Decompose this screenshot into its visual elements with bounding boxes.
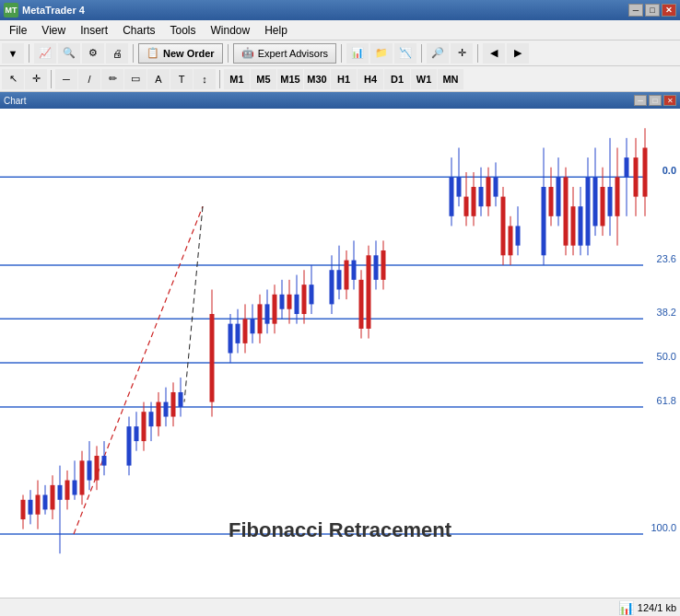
separator-6: [477, 44, 478, 63]
separator-4: [341, 44, 342, 63]
tf-m15[interactable]: M15: [277, 69, 303, 89]
chart-canvas: [0, 109, 680, 598]
window-title: MetaTrader 4: [22, 5, 85, 16]
menu-help[interactable]: Help: [257, 20, 295, 40]
close-button[interactable]: ✕: [662, 4, 676, 17]
toolbar-templates[interactable]: 📁: [370, 43, 393, 64]
toolbar-back[interactable]: ◀: [483, 43, 505, 64]
fib-label-500: 50.0: [657, 351, 676, 362]
toolbar-main: ▼ 📈 🔍 ⚙ 🖨 📋 New Order 🤖 Expert Advisors …: [0, 41, 680, 66]
maximize-button[interactable]: □: [645, 4, 660, 17]
inner-minimize[interactable]: ─: [634, 95, 647, 106]
app-icon: MT: [4, 3, 18, 17]
status-chart-icon: 📊: [618, 600, 634, 615]
toolbar-zoom-out[interactable]: 🔎: [427, 43, 449, 64]
tf-mn[interactable]: MN: [438, 69, 463, 89]
tool-hline[interactable]: ─: [55, 69, 77, 89]
inner-maximize[interactable]: □: [649, 95, 662, 106]
menu-file[interactable]: File: [2, 20, 34, 40]
minimize-button[interactable]: ─: [628, 4, 643, 17]
expert-advisors-button[interactable]: 🤖 Expert Advisors: [233, 43, 336, 64]
menu-charts[interactable]: Charts: [115, 20, 162, 40]
tool-shapes[interactable]: ▭: [124, 69, 147, 89]
tool-label[interactable]: T: [170, 69, 193, 89]
fib-label-236: 23.6: [657, 253, 676, 264]
tool-arrow[interactable]: ↕: [193, 69, 216, 89]
separator-5: [421, 44, 422, 63]
tool-text[interactable]: A: [147, 69, 170, 89]
inner-window-title: Chart: [4, 96, 26, 106]
tf-m30[interactable]: M30: [304, 69, 330, 89]
inner-title-bar: Chart ─ □ ✕: [0, 92, 680, 109]
menu-insert[interactable]: Insert: [73, 20, 115, 40]
menu-view[interactable]: View: [34, 20, 73, 40]
toolbar-new-chart[interactable]: 📈: [34, 43, 56, 64]
main-content: Chart ─ □ ✕ 0.0 23.6 38.2 50.0 61.8 100.…: [0, 92, 680, 598]
sep-d2: [219, 70, 220, 88]
toolbar-period-sep[interactable]: 📉: [394, 43, 416, 64]
separator-3: [228, 44, 229, 63]
status-info: 124/1 kb: [638, 602, 676, 613]
inner-close[interactable]: ✕: [663, 95, 676, 106]
fib-label-1000: 100.0: [651, 522, 676, 533]
new-order-button[interactable]: 📋 New Order: [138, 43, 223, 64]
tf-h4[interactable]: H4: [358, 69, 383, 89]
tool-pen[interactable]: ✏: [101, 69, 123, 89]
fib-label-382: 38.2: [657, 307, 676, 318]
tf-m5[interactable]: M5: [251, 69, 276, 89]
expert-icon: 🤖: [241, 47, 254, 59]
fib-label-618: 61.8: [657, 395, 676, 406]
toolbar-print[interactable]: 🖨: [106, 43, 128, 64]
expert-label: Expert Advisors: [258, 48, 328, 59]
toolbar-zoom-in[interactable]: 🔍: [58, 43, 80, 64]
chart-area[interactable]: 0.0 23.6 38.2 50.0 61.8 100.0 Fibonacci …: [0, 109, 680, 598]
sep-d1: [51, 70, 52, 88]
toolbar-indicators[interactable]: 📊: [346, 43, 369, 64]
fib-label-0: 0.0: [662, 165, 676, 176]
status-bar: 📊 124/1 kb: [0, 598, 680, 616]
tf-w1[interactable]: W1: [411, 69, 437, 89]
tool-line[interactable]: /: [78, 69, 100, 89]
separator-2: [133, 44, 134, 63]
toolbar-drawing: ↖ ✛ ─ / ✏ ▭ A T ↕ M1 M5 M15 M30 H1 H4 D1…: [0, 66, 680, 92]
new-order-icon: 📋: [147, 47, 159, 59]
menu-bar: File View Insert Charts Tools Window Hel…: [0, 20, 680, 41]
title-bar: MT MetaTrader 4 ─ □ ✕: [0, 0, 680, 20]
tf-d1[interactable]: D1: [384, 69, 410, 89]
new-order-label: New Order: [163, 48, 215, 59]
tool-cursor[interactable]: ↖: [2, 69, 24, 89]
menu-tools[interactable]: Tools: [163, 20, 204, 40]
tool-crosshair[interactable]: ✛: [25, 69, 47, 89]
toolbar-properties[interactable]: ⚙: [82, 43, 104, 64]
tf-h1[interactable]: H1: [331, 69, 357, 89]
toolbar-arrow-dropdown[interactable]: ▼: [2, 43, 24, 64]
toolbar-crosshair[interactable]: ✛: [451, 43, 473, 64]
toolbar-forward[interactable]: ▶: [507, 43, 529, 64]
tf-m1[interactable]: M1: [224, 69, 250, 89]
menu-window[interactable]: Window: [204, 20, 258, 40]
separator-1: [29, 44, 29, 63]
